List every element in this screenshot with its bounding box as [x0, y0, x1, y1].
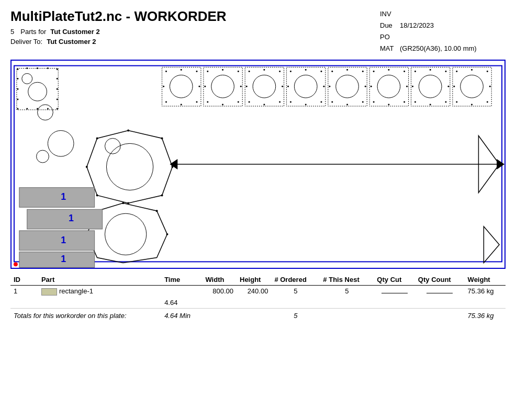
- totals-empty3: [320, 308, 374, 321]
- svg-point-34: [105, 139, 120, 154]
- totals-empty2: [237, 308, 271, 321]
- cell-time-value: 4.64: [161, 297, 202, 309]
- svg-rect-55: [19, 252, 95, 268]
- svg-point-15: [47, 108, 49, 110]
- plate-diagram: 1 1 1 1: [10, 60, 506, 269]
- svg-point-26: [196, 71, 198, 72]
- deliver-info-row: Deliver To: Tut Customer 2: [10, 38, 227, 46]
- table-header-row: ID Part Time Width Height # Ordered # Th…: [10, 274, 506, 286]
- page-title: MultiPlateTut2.nc - WORKORDER: [10, 8, 227, 25]
- svg-point-37: [161, 138, 163, 140]
- col-time: Time: [161, 274, 202, 286]
- deliver-label: Deliver To:: [10, 38, 42, 46]
- svg-point-30: [165, 101, 167, 103]
- svg-point-21: [17, 78, 18, 80]
- mat-label: MAT: [380, 43, 397, 54]
- svg-point-24: [165, 71, 167, 72]
- svg-marker-2: [484, 226, 499, 263]
- parts-table: ID Part Time Width Height # Ordered # Th…: [10, 274, 506, 321]
- cell-ordered: 5: [271, 286, 320, 297]
- svg-point-7: [26, 67, 28, 69]
- col-id: ID: [10, 274, 38, 286]
- svg-point-62: [48, 131, 74, 157]
- inv-row: INV: [380, 8, 506, 20]
- cell-width: 800.00: [202, 286, 237, 297]
- svg-point-29: [181, 104, 182, 106]
- totals-time: 4.64 Min: [161, 308, 202, 321]
- cell-h2: [237, 297, 271, 309]
- col-this-nest: # This Nest: [320, 274, 374, 286]
- parts-count: 5: [10, 28, 14, 36]
- page-header: MultiPlateTut2.nc - WORKORDER 5 Parts fo…: [10, 8, 506, 54]
- svg-rect-51: [27, 210, 103, 230]
- svg-point-6: [17, 69, 18, 70]
- due-row: Due 18/12/2023: [380, 20, 506, 31]
- cell-part: rectangle-1: [38, 286, 161, 297]
- svg-point-12: [57, 88, 58, 90]
- svg-marker-59: [170, 159, 177, 169]
- cell-id: 1: [10, 286, 38, 297]
- svg-point-23: [170, 75, 193, 98]
- cell-qc2: [374, 297, 415, 309]
- time-row: 4.64: [10, 297, 506, 309]
- col-ordered: # Ordered: [271, 274, 320, 286]
- svg-point-39: [161, 195, 163, 197]
- inv-label: INV: [380, 8, 391, 20]
- svg-point-4: [22, 74, 32, 84]
- svg-rect-22: [162, 67, 201, 106]
- svg-point-17: [26, 108, 28, 110]
- po-label: PO: [380, 31, 397, 43]
- cell-part-2: [38, 297, 161, 309]
- col-width: Width: [202, 274, 237, 286]
- svg-text:1: 1: [61, 254, 66, 265]
- cell-time: [161, 286, 202, 297]
- svg-point-28: [196, 101, 198, 103]
- svg-point-46: [122, 202, 124, 205]
- mat-row: MAT (GR250(A36), 10.00 mm): [380, 43, 506, 54]
- deliver-customer: Tut Customer 2: [47, 38, 96, 46]
- po-row: PO: [380, 31, 506, 43]
- svg-point-8: [37, 67, 38, 69]
- svg-point-35: [96, 138, 98, 140]
- col-weight: Weight: [465, 274, 506, 286]
- svg-point-42: [86, 166, 88, 168]
- col-qty-count: Qty Count: [415, 274, 465, 286]
- col-part: Part: [38, 274, 161, 286]
- col-height: Height: [237, 274, 271, 286]
- svg-rect-53: [19, 231, 95, 251]
- cell-qty-cut: [374, 286, 415, 297]
- plate-svg: 1 1 1 1: [12, 61, 504, 268]
- header-right: INV Due 18/12/2023 PO MAT (GR250(A36), 1…: [380, 8, 506, 54]
- svg-point-5: [28, 83, 47, 101]
- svg-point-44: [105, 214, 146, 255]
- svg-point-31: [163, 86, 164, 87]
- svg-point-10: [57, 69, 58, 70]
- svg-point-27: [198, 86, 200, 87]
- totals-weight: 75.36 kg: [465, 308, 506, 321]
- cell-qty-count: [415, 286, 465, 297]
- totals-empty1: [202, 308, 237, 321]
- cell-w22: [465, 297, 506, 309]
- cell-this-nest: 5: [320, 286, 374, 297]
- parts-customer: Tut Customer 2: [50, 28, 99, 36]
- svg-point-19: [17, 99, 18, 100]
- svg-point-47: [156, 210, 158, 212]
- svg-point-18: [17, 108, 18, 110]
- svg-marker-58: [497, 159, 504, 169]
- svg-text:1: 1: [61, 235, 66, 245]
- svg-point-63: [37, 151, 49, 163]
- cell-tn2: [320, 297, 374, 309]
- svg-point-20: [17, 88, 18, 90]
- svg-point-13: [57, 99, 58, 100]
- svg-point-61: [38, 105, 53, 120]
- cell-qct2: [415, 297, 465, 309]
- table-row: 1 rectangle-1 800.00 240.00 5 5 75.36 kg: [10, 286, 506, 297]
- cell-id-2: [10, 297, 38, 309]
- svg-point-11: [57, 78, 58, 80]
- cell-o2: [271, 297, 320, 309]
- parts-info-row: 5 Parts for Tut Customer 2: [10, 28, 227, 36]
- cell-height: 240.00: [237, 286, 271, 297]
- svg-text:1: 1: [61, 192, 66, 202]
- svg-point-25: [181, 69, 182, 71]
- svg-rect-49: [19, 188, 95, 208]
